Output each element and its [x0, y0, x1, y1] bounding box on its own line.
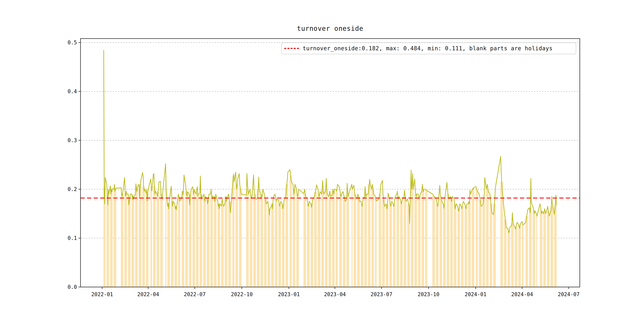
holiday-band — [264, 199, 267, 287]
holiday-band — [354, 194, 356, 287]
holiday-band — [540, 211, 542, 287]
holiday-band — [343, 196, 346, 287]
holiday-band — [106, 194, 109, 287]
holiday-band — [554, 205, 557, 287]
holiday-band — [372, 189, 374, 287]
holiday-band — [135, 189, 138, 287]
legend: turnover_oneside:0.182, max: 0.484, min:… — [281, 42, 576, 54]
red-dashed-line-legend-marker — [284, 48, 299, 49]
holiday-band — [189, 194, 192, 287]
holiday-band — [447, 194, 449, 287]
holiday-band — [307, 204, 310, 287]
holiday-band — [375, 199, 377, 287]
holiday-band — [482, 199, 485, 287]
holiday-band — [268, 209, 270, 287]
holiday-band — [411, 184, 414, 287]
x-tick-label: 2022-04 — [137, 292, 159, 297]
holiday-band — [339, 194, 342, 287]
holiday-band — [418, 196, 420, 287]
holiday-band — [361, 204, 363, 287]
holiday-band — [400, 202, 403, 287]
holiday-band — [318, 194, 320, 287]
holiday-band — [157, 192, 159, 287]
legend-label: turnover_oneside:0.182, max: 0.484, min:… — [303, 45, 552, 52]
holiday-band — [432, 196, 435, 287]
holiday-band — [142, 187, 145, 287]
y-tick-label: 0.0 — [68, 284, 77, 290]
holiday-band — [218, 204, 220, 287]
x-tick-label: 2022-10 — [231, 292, 253, 297]
holiday-band — [114, 189, 116, 287]
holiday-band — [278, 204, 281, 287]
holiday-band — [207, 199, 209, 287]
holiday-band — [457, 209, 460, 287]
holiday-band — [228, 202, 231, 287]
holiday-band — [196, 194, 198, 287]
holiday-band — [518, 226, 521, 287]
holiday-band — [547, 211, 550, 287]
holiday-band — [479, 200, 482, 287]
holiday-band — [508, 230, 510, 287]
holiday-band — [526, 216, 528, 287]
holiday-band — [404, 196, 406, 287]
holiday-band — [414, 194, 417, 287]
holiday-band — [443, 204, 446, 287]
holiday-band — [178, 198, 180, 287]
holiday-band — [486, 189, 488, 287]
holiday-band — [440, 196, 442, 287]
x-tick-label: 2022-01 — [91, 292, 113, 297]
x-tick-label: 2023-04 — [324, 292, 346, 297]
holiday-band — [522, 224, 524, 287]
holiday-band — [393, 204, 396, 287]
holiday-band — [260, 194, 263, 287]
holiday-band — [461, 206, 464, 287]
holiday-band — [346, 194, 349, 287]
holiday-band — [235, 184, 238, 287]
holiday-band — [386, 204, 388, 287]
holiday-band — [550, 206, 553, 287]
holiday-band — [468, 202, 471, 287]
holiday-band — [182, 191, 184, 287]
holiday-band — [128, 198, 130, 287]
holiday-band — [336, 189, 338, 287]
x-tick-label: 2024-07 — [558, 292, 580, 297]
holiday-band — [174, 206, 177, 287]
holiday-band — [146, 193, 148, 287]
holiday-band — [332, 192, 335, 287]
y-tick-label: 0.4 — [68, 88, 77, 94]
holiday-band — [153, 186, 156, 287]
holiday-band — [160, 194, 163, 287]
holiday-band — [536, 215, 537, 287]
holiday-band — [110, 189, 113, 287]
holiday-band — [311, 204, 313, 287]
x-tick-label: 2023-01 — [278, 292, 300, 297]
holiday-band — [192, 191, 195, 287]
holiday-band — [544, 211, 546, 287]
holiday-band — [368, 184, 370, 287]
holiday-band — [132, 196, 134, 287]
holiday-band — [203, 196, 206, 287]
x-tick-label: 2022-07 — [184, 292, 206, 297]
holiday-band — [529, 208, 532, 287]
holiday-band — [185, 192, 188, 287]
holiday-band — [246, 189, 249, 287]
holiday-band — [296, 194, 299, 287]
holiday-band — [390, 204, 392, 287]
holiday-band — [124, 194, 127, 287]
y-tick-label: 0.5 — [68, 40, 77, 46]
holiday-band — [224, 199, 227, 287]
holiday-band — [328, 194, 331, 287]
holiday-band — [210, 195, 213, 287]
holiday-band — [221, 204, 224, 287]
holiday-band — [200, 194, 202, 287]
holiday-band — [504, 220, 507, 287]
holiday-band — [533, 211, 535, 287]
holiday-band — [254, 194, 256, 287]
holiday-band — [290, 176, 292, 287]
holiday-band — [322, 189, 324, 287]
x-tick-label: 2024-04 — [511, 292, 533, 297]
holiday-band — [425, 190, 427, 287]
holiday-band — [515, 227, 518, 287]
x-tick-label: 2024-01 — [465, 292, 486, 297]
holiday-band — [314, 192, 317, 287]
